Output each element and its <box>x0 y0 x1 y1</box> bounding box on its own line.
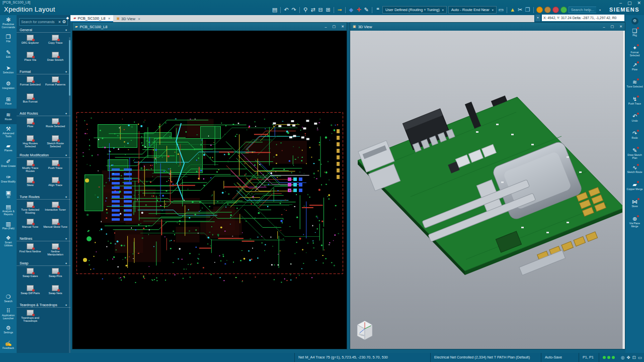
rightbar-item-undo[interactable]: ↶Undo <box>625 112 644 129</box>
section-header-add-routes[interactable]: Add Routes✦ <box>17 111 70 116</box>
swap-pins-button[interactable]: Swap Pins <box>43 267 68 284</box>
appbar-item-smart-utilities[interactable]: ❖Smart Utilities <box>0 233 17 249</box>
tab-close-icon[interactable]: ✕ <box>108 17 110 20</box>
gear-badge-icon[interactable]: ⚙ <box>631 18 638 25</box>
hazard-warning-icon[interactable]: ▲ <box>510 6 516 14</box>
push-trace-button[interactable]: Push Trace <box>43 159 68 176</box>
format-selected-button[interactable]: Format Selected <box>18 75 43 93</box>
scheme-dropdown[interactable]: User Defined (Routing + Tuning) ▾ <box>382 6 447 14</box>
redo-icon[interactable]: ↷ <box>291 6 297 14</box>
section-header-format[interactable]: Format✦ <box>17 69 70 74</box>
copy-trace-button[interactable]: Copy Trace <box>43 34 68 51</box>
appbar-item-selection[interactable]: ➤Selection <box>0 62 17 77</box>
minimize-button[interactable]: – <box>619 1 622 6</box>
appbar-item-search[interactable]: ❍Search <box>0 291 17 306</box>
pan-icon[interactable]: ✥ <box>626 355 630 360</box>
draw-stretch-button[interactable]: Draw Stretch <box>43 51 68 68</box>
help-search-input[interactable] <box>569 7 596 13</box>
place-via-button[interactable]: Place Via <box>18 51 43 68</box>
appbar-item-predictive-commands[interactable]: ✻Predictive Commands <box>0 15 17 31</box>
appbar-item-application-launcher[interactable]: ⠿Application Launcher <box>0 306 17 322</box>
route-mode-dropdown[interactable]: Auto - Route End Near ▾ <box>448 6 497 14</box>
swap-anchor-icon[interactable]: ⇄ <box>310 6 316 14</box>
swap-gates-button[interactable]: Swap Gates <box>18 267 43 284</box>
skew-button[interactable]: Skew <box>18 176 43 193</box>
section-header-tune-routes[interactable]: Tune Routes✦ <box>17 194 70 200</box>
appbar-item-plan-fab[interactable]: ▥Plan (Fab) <box>0 218 17 233</box>
rightbar-item-draw-sketch-plan[interactable]: ✎Draw Sketch Plan <box>625 146 644 163</box>
modify-trace-routes-button[interactable]: Modify Trace Routes <box>18 159 43 176</box>
netline-manipulation-button[interactable]: Netline Manipulation <box>43 242 68 259</box>
command-search-input[interactable] <box>21 20 56 24</box>
clear-search-icon[interactable]: ✕ <box>58 20 61 24</box>
appbar-item-feedback[interactable]: ✍Feedback <box>0 337 17 353</box>
via-style-icon[interactable]: ◆ <box>348 6 354 14</box>
zoom-icon[interactable]: ◎ <box>621 355 624 360</box>
rightbar-item-tune-selected[interactable]: ≋Tune Selected <box>625 78 644 95</box>
display-control-icon[interactable]: ▭ <box>498 6 504 14</box>
save-icon[interactable]: ▤ <box>272 6 278 14</box>
rightbar-item-sketch-route[interactable]: ∿Sketch Route <box>625 163 644 180</box>
maximize-button[interactable]: ▢ <box>627 1 632 6</box>
unlock-icon[interactable]: ⊞ <box>325 6 331 14</box>
drc-pass-status-icon[interactable] <box>560 7 567 13</box>
view3d-scrollbar[interactable] <box>622 31 625 349</box>
coordinate-dropdown-caret[interactable]: ▾ <box>535 15 540 21</box>
lock-icon[interactable]: ⊟ <box>317 6 324 14</box>
close-button[interactable]: ✕ <box>637 1 641 6</box>
drc-explorer-button[interactable]: DRC Explorer <box>18 34 43 51</box>
online-drc-status-icon[interactable] <box>536 7 543 13</box>
align-trace-button[interactable]: Align Trace <box>43 176 68 193</box>
section-header-general[interactable]: General✦ <box>17 27 70 33</box>
rightbar-item-plow[interactable]: ↗Plow <box>625 61 644 78</box>
window-close-button[interactable]: ✕ <box>619 25 622 29</box>
plow-button[interactable]: Plow <box>18 117 43 134</box>
rightbar-item-redo[interactable]: ↷Redo <box>625 129 644 146</box>
edit-style-icon[interactable]: ✎ <box>363 6 369 14</box>
rightbar-item-copper-merge[interactable]: ▰Copper Merge <box>625 180 644 198</box>
window-minimize-button[interactable]: – <box>325 25 327 29</box>
cut-icon[interactable]: ✂ <box>517 6 523 14</box>
find-next-netline-button[interactable]: Find Next Netline <box>18 242 43 259</box>
section-header-teardrops-tracedrops[interactable]: Teardrops & Tracedrops✦ <box>17 302 70 308</box>
frame-select-icon[interactable]: ▭ <box>638 355 642 360</box>
tune-selected-routing-button[interactable]: Tune Selected Routing <box>18 201 43 218</box>
section-header-route-modification[interactable]: Route Modification✦ <box>17 152 70 158</box>
view-orientation-cube[interactable]: Front <box>357 321 372 340</box>
tab-close-icon[interactable]: ✕ <box>138 17 140 21</box>
pcb-3d-viewport[interactable]: Front <box>350 31 625 349</box>
manual-tune-button[interactable]: Manual Tune <box>18 218 43 235</box>
tuning-style-icon[interactable]: ✚ <box>356 6 362 14</box>
appbar-item-place[interactable]: ⊞Place <box>0 93 17 109</box>
section-header-swap[interactable]: Swap✦ <box>17 260 70 266</box>
command-search-box[interactable]: ✕ ❂ <box>19 18 68 26</box>
hint-bubble-icon[interactable]: ❝ <box>375 6 381 14</box>
swap-diff-pairs-button[interactable]: Swap Diff Pairs <box>18 284 43 301</box>
appbar-item-3d[interactable]: ▣3D <box>0 187 17 202</box>
tab-pcb-layout[interactable]: ▰ PCB_SC100_L8 ✕ <box>70 15 113 22</box>
appbar-item-draw-modify[interactable]: ✑Draw Modify <box>0 171 17 187</box>
window-close-button[interactable]: ✕ <box>341 25 344 29</box>
tab-3d-view[interactable]: ▣ 3D View ✕ <box>113 15 143 22</box>
undo-icon[interactable]: ↶ <box>283 6 289 14</box>
format-patterns-button[interactable]: Format Patterns <box>43 75 68 93</box>
fit-view-icon[interactable]: ⊡ <box>632 355 636 360</box>
sketch-route-selected-button[interactable]: Sketch Route Selected <box>43 134 68 151</box>
appbar-item-route[interactable]: ≋Route <box>0 109 17 124</box>
window-minimize-button[interactable]: – <box>603 25 605 29</box>
rightbar-item-pkg[interactable]: ❑Pkg <box>625 27 644 44</box>
swap-nets-button[interactable]: Swap Nets <box>43 284 68 301</box>
appbar-item-settings[interactable]: ⚙Settings <box>0 322 17 337</box>
pin-icon[interactable]: ⚲ <box>302 6 308 14</box>
drc-error-status-icon[interactable] <box>552 7 559 13</box>
batch-drc-status-icon[interactable] <box>544 7 551 13</box>
panel-pin-icon[interactable]: ◆ <box>66 16 69 20</box>
window-restore-button[interactable]: ▢ <box>333 25 336 29</box>
rightbar-item-skew[interactable]: ⋈Skew <box>625 198 644 215</box>
hug-routes-selected-button[interactable]: Hug Routes Selected <box>18 134 43 151</box>
report-doc-icon[interactable]: ❐ <box>525 6 531 14</box>
key-icon[interactable]: ➟ <box>337 6 343 14</box>
appbar-item-analysis-reports[interactable]: ▤Analysis & Reports <box>0 202 17 218</box>
appbar-item-advanced-tools[interactable]: ⚒Advanced Tools <box>0 124 17 140</box>
appbar-item-edit[interactable]: ✎Edit <box>0 46 17 62</box>
